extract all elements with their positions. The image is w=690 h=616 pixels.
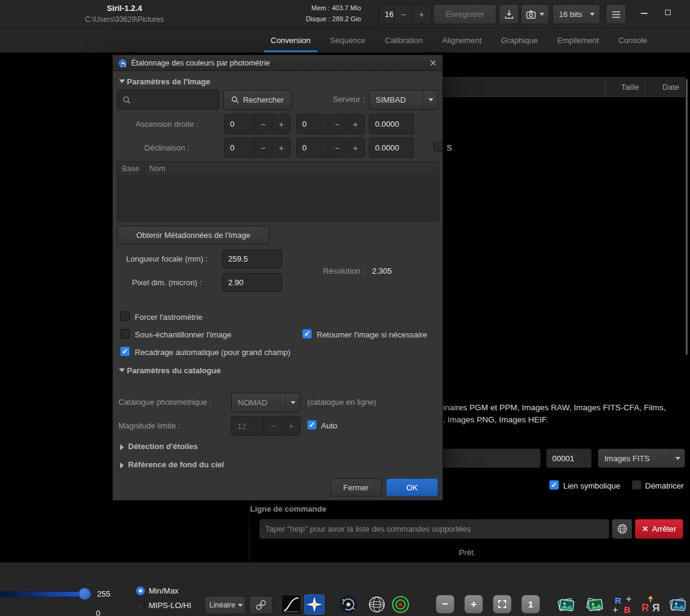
column-header-name[interactable]: Nom	[145, 162, 165, 175]
scale-mode-dropdown[interactable]: Linéaire	[205, 596, 246, 614]
expander-closed-icon[interactable]	[120, 444, 124, 450]
minus-icon[interactable]: −	[328, 138, 346, 157]
minus-icon[interactable]: −	[254, 138, 272, 157]
scrollbar[interactable]	[686, 79, 688, 355]
expander-open-icon[interactable]	[119, 368, 125, 372]
ra-label: Ascension droite :	[113, 120, 221, 129]
column-header-size[interactable]: Taille	[605, 78, 645, 96]
camera-icon	[526, 10, 536, 19]
close-button[interactable]: Fermer	[330, 478, 382, 496]
link-channels-button[interactable]	[249, 596, 272, 614]
close-icon[interactable]: ✕	[429, 58, 437, 67]
frame-spinner[interactable]: 16 − +	[379, 4, 431, 24]
ra-hours-spinner[interactable]: 0 − +	[224, 114, 291, 134]
tab-graph[interactable]: Graphique	[492, 29, 548, 52]
flip-checkbox[interactable]	[302, 329, 312, 339]
force-astrometry-checkbox[interactable]	[120, 311, 130, 321]
photometry-button[interactable]	[338, 594, 359, 615]
window-maximize-button[interactable]	[665, 10, 671, 15]
image-list-button[interactable]	[556, 594, 577, 615]
plus-icon[interactable]: +	[346, 115, 364, 134]
mirror-button[interactable]: R R	[640, 594, 661, 615]
object-search-field[interactable]	[135, 95, 214, 104]
background-ref-section-title[interactable]: Référence de fond du ciel	[128, 460, 224, 469]
histogram-stretch-button[interactable]	[281, 594, 302, 615]
autocrop-checkbox[interactable]	[120, 347, 130, 356]
south-checkbox[interactable]	[433, 142, 443, 152]
magnitude-spinner[interactable]: 12 − +	[231, 416, 300, 436]
window-minimize-button[interactable]	[641, 13, 648, 14]
downsample-checkbox[interactable]	[120, 329, 130, 339]
plus-icon[interactable]: +	[346, 138, 364, 157]
search-button[interactable]: Rechercher	[223, 90, 292, 110]
column-header-base[interactable]: Base	[118, 162, 145, 175]
snapshot-button[interactable]	[521, 4, 549, 24]
disk-usage: Disque : 289.2 Gio	[261, 15, 361, 22]
star-display-button[interactable]	[304, 594, 325, 615]
dialog-titlebar[interactable]: Étalonnage des couleurs par photométrie …	[113, 55, 442, 71]
astrometry-button[interactable]	[367, 594, 387, 615]
tab-alignment[interactable]: Alignement	[432, 29, 491, 52]
ra-minutes-spinner[interactable]: 0 − +	[296, 114, 365, 134]
rgb-align-button[interactable]: R B	[613, 594, 634, 615]
focal-input[interactable]	[222, 249, 282, 268]
column-header-date[interactable]: Date	[645, 78, 685, 96]
star-detection-section-title[interactable]: Détection d'étoiles	[128, 442, 198, 451]
slider-handle[interactable]	[78, 587, 91, 600]
minus-icon[interactable]: −	[328, 115, 346, 134]
chain-link-icon	[256, 600, 266, 610]
output-format-dropdown[interactable]: Images FITS	[598, 448, 685, 468]
dialog-title: Étalonnage des couleurs par photométrie	[131, 59, 270, 67]
tab-console[interactable]: Console	[609, 29, 657, 52]
image-section-title[interactable]: Paramètres de l'Image	[127, 77, 211, 86]
tab-sequence[interactable]: Séquence	[320, 29, 376, 52]
command-line-title: Ligne de commande	[250, 504, 326, 513]
plus-icon[interactable]: +	[272, 115, 290, 134]
minmax-radio[interactable]	[136, 586, 145, 595]
expander-closed-icon[interactable]	[120, 462, 124, 469]
menu-button[interactable]	[606, 4, 626, 24]
zoom-one-button[interactable]: 1	[521, 595, 540, 614]
zoom-in-button[interactable]: +	[464, 595, 483, 614]
save-button[interactable]: Enregistrer	[433, 4, 496, 24]
plus-icon[interactable]: +	[412, 5, 430, 24]
minus-icon[interactable]: −	[394, 5, 412, 24]
tab-calibration[interactable]: Calibration	[375, 29, 432, 52]
debayer-checkbox[interactable]	[632, 480, 641, 490]
auto-magnitude-checkbox[interactable]	[307, 420, 317, 430]
symlink-checkbox[interactable]	[549, 480, 559, 490]
stop-button[interactable]: ✕ Arrêter	[635, 519, 683, 539]
command-help-button[interactable]	[612, 519, 632, 539]
dec-seconds-input[interactable]	[369, 138, 414, 158]
tab-conversion[interactable]: Conversion	[261, 29, 320, 52]
expander-open-icon[interactable]	[119, 80, 125, 83]
south-label: S	[447, 143, 452, 152]
catalog-section-title[interactable]: Paramètres du catalogue	[127, 366, 221, 375]
spiral-galaxy-icon	[338, 594, 359, 615]
svg-text:R: R	[615, 595, 621, 606]
command-input[interactable]	[259, 519, 609, 539]
plus-icon[interactable]: +	[272, 138, 290, 157]
zoom-out-button[interactable]: −	[436, 595, 455, 614]
image-compare-button[interactable]	[584, 594, 605, 615]
pixel-size-input[interactable]	[222, 273, 282, 292]
dec-degrees-spinner[interactable]: 0 − +	[224, 138, 291, 158]
supported-formats-line2: , Images PNG, Images HEIF.	[443, 415, 548, 424]
quick-photometry-button[interactable]	[390, 594, 411, 615]
tab-stacking[interactable]: Empilement	[547, 29, 609, 52]
bit-depth-dropdown[interactable]: 16 bits	[552, 4, 600, 24]
start-index-input[interactable]	[546, 448, 592, 468]
mips-radio[interactable]	[136, 601, 145, 610]
object-search-input[interactable]	[117, 90, 219, 110]
zoom-fit-button[interactable]	[493, 595, 512, 614]
dec-minutes-spinner[interactable]: 0 − +	[296, 138, 365, 158]
ra-seconds-input[interactable]	[369, 114, 414, 134]
server-dropdown[interactable]: SIMBAD	[369, 90, 438, 110]
catalog-dropdown[interactable]: NOMAD	[231, 393, 300, 412]
get-metadata-button[interactable]: Obtenir Métadonnées de l'Image	[117, 226, 269, 245]
svg-text:R: R	[652, 602, 660, 614]
export-button[interactable]	[499, 4, 519, 24]
image-open-button[interactable]	[668, 594, 688, 615]
minus-icon[interactable]: −	[254, 115, 272, 134]
ok-button[interactable]: OK	[386, 478, 438, 496]
